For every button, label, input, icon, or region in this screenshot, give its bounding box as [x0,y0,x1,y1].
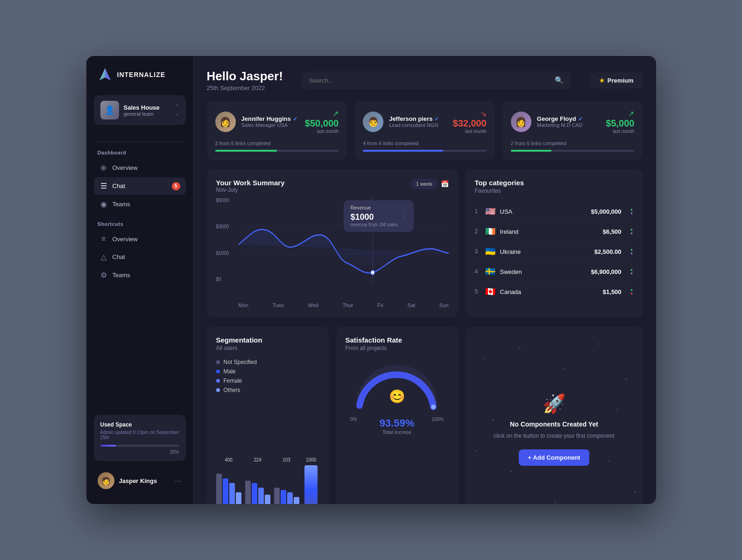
user-area[interactable]: 🧑 Jasper Kings ⋯ [94,469,186,493]
shortcuts-label: Shortcuts [94,221,186,227]
categories-card: Top categories Favourites 1 🇺🇸 USA $5,00… [466,169,643,317]
sat-title: Satisfaction Rate [346,336,449,344]
person-info-2: George Floyd ✓ Marketing M.D CAD [537,115,600,128]
svg-point-9 [431,405,436,409]
premium-button[interactable]: ★ Premium [590,72,643,89]
decorative-dots [466,327,643,504]
shortcuts-section: Shortcuts ≡ Overview △ Chat ⚙ Teams [94,221,186,285]
used-space-title: Used Space [100,421,179,428]
shortcut-teams-icon: ⚙ [99,271,108,280]
no-components-card: 🚀 No Components Created Yet click on the… [466,327,643,504]
seg-title: Segmentation [216,336,319,344]
no-comp-sub: click on the button to create your first… [494,432,615,440]
team-info: Sales House general team [124,104,170,117]
x-labels: Mon Tues Wed Thur Fri Sat Sun [216,302,449,308]
y-labels: $5000 $3000 $1000 $0 [216,198,229,282]
shortcut-overview-label: Overview [113,236,138,243]
sidebar-teams-label: Teams [113,201,130,208]
shortcut-item-teams[interactable]: ⚙ Teams [94,266,186,284]
divider-1 [94,142,186,142]
categories-title: Top categories [475,179,634,187]
trend-up-icon-2: ↗ [628,109,634,118]
person-amount-area-2: ↗ $5,000 last month [606,109,634,134]
leg-1: Male [216,368,319,375]
verify-icon-2: ✓ [578,116,583,122]
person-period-2: last month [606,129,634,134]
trend-up-icon-0: ↗ [332,109,339,118]
chart-area: $5000 $3000 $1000 $0 [216,198,449,301]
user-name: Jasper Kings [119,477,170,484]
sidebar-item-teams[interactable]: ◉ Teams [94,196,186,213]
person-card-1: 👨 Jefferson piers ✓ Lead consultant NGN … [354,101,495,160]
person-name-0: Jennifer Huggins ✓ [241,115,299,122]
calendar-icon[interactable]: 📅 [441,180,449,188]
header-greeting: Hello Jasper! [207,69,283,84]
shortcut-item-overview[interactable]: ≡ Overview [94,231,186,247]
bar-group-0: 400 [216,457,241,504]
card-progress-0 [215,150,339,152]
user-more-icon: ⋯ [175,476,182,485]
leg-0: Not Specified [216,359,319,365]
person-period-1: last month [453,129,487,134]
person-card-header-0: 👩 Jennifer Huggins ✓ Sales Manager USA ↗… [215,109,339,134]
search-input[interactable] [309,77,550,84]
svg-marker-1 [105,68,111,80]
sidebar-item-overview[interactable]: ⊕ Overview [94,159,186,176]
shortcut-chat-icon: △ [99,252,108,261]
cat-item-4: 5 🇨🇦 Canada $1,500 ▲ ▼ [475,282,634,301]
verify-icon-0: ✓ [293,116,297,122]
svg-marker-2 [99,68,105,80]
bar-group-2: 103 [274,457,299,504]
header: Hello Jasper! 25th September 2022 🔍 ★ Pr… [207,69,643,91]
person-card-2: 👩 George Floyd ✓ Marketing M.D CAD ↗ $5,… [502,101,643,160]
rocket-icon: 🚀 [543,393,566,415]
team-selector[interactable]: 👤 Sales House general team ⌃⌄ [94,95,186,125]
header-date: 25th September 2022 [207,84,283,91]
tooltip-title: Revenue [350,205,407,210]
teams-icon: ◉ [99,200,108,209]
shortcut-item-chat[interactable]: △ Chat [94,248,186,266]
person-role-1: Lead consultant NGN [389,122,447,128]
card-links-0: 3 from 6 links completed [215,140,339,146]
person-avatar-2: 👩 [511,112,531,132]
sidebar-item-chat[interactable]: ☰ Chat 5 [94,177,186,195]
chat-icon: ☰ [99,182,108,190]
shortcut-overview-icon: ≡ [99,235,108,243]
person-name-1: Jefferson piers ✓ [389,115,447,122]
top-cards: 👩 Jennifer Huggins ✓ Sales Manager USA ↗… [207,101,643,160]
person-amount-0: $50,000 [305,118,339,129]
team-name: Sales House [124,104,170,111]
cat-item-2: 3 🇺🇦 Ukraine $2,500.00 ▲ ▼ [475,242,634,262]
header-title-area: Hello Jasper! 25th September 2022 [207,69,283,91]
tooltip-sub: revenue from 2M sales [350,222,407,227]
person-avatar-0: 👩 [215,112,236,132]
progress-fill [100,445,116,447]
gauge-percentage: 93.59% [380,417,415,429]
star-icon: ★ [599,77,605,84]
add-component-button[interactable]: + Add Component [519,449,590,466]
overview-icon: ⊕ [99,163,108,172]
sidebar-chat-label: Chat [113,182,125,189]
sidebar-overview-label: Overview [113,164,138,171]
tooltip-more-icon[interactable]: ⋮ [400,213,407,222]
week-button[interactable]: 1 week [411,179,437,189]
chart-title-area: Your Work Summary Nov-July [216,179,285,193]
chat-badge: 5 [172,182,180,190]
used-space-card: Used Space Admin updated 9:13pm on Septe… [94,415,186,461]
middle-grid: Your Work Summary Nov-July 1 week 📅 $500… [207,169,643,317]
card-progress-1 [363,150,487,152]
person-info-1: Jefferson piers ✓ Lead consultant NGN [389,115,447,128]
trend-down-icon-1: ↘ [481,109,487,118]
person-role-0: Sales Manager USA [241,122,299,128]
user-avatar: 🧑 [98,472,114,489]
sidebar: INTERNALIZE 👤 Sales House general team ⌃… [86,56,194,504]
search-bar[interactable]: 🔍 [302,71,571,89]
team-avatar: 👤 [100,101,119,119]
shortcut-chat-label: Chat [113,253,125,260]
leg-2: Female [216,378,319,384]
tooltip-amount: $1000 [350,212,374,222]
gauge-svg: 😊 [350,359,444,415]
used-space-sub: Admin updated 9:13pm on September 25th [100,430,179,440]
seg-bars-area [216,399,319,455]
person-card-0: 👩 Jennifer Huggins ✓ Sales Manager USA ↗… [207,101,347,160]
